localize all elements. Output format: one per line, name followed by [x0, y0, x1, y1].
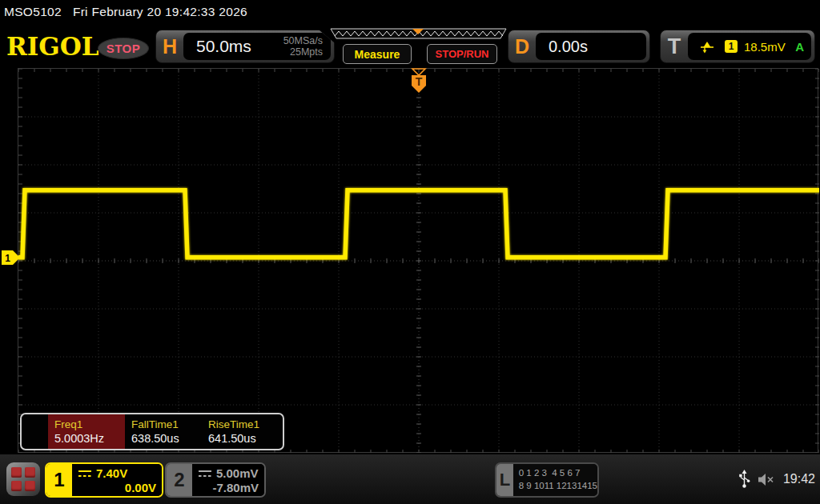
- channel1-offset: 0.00V: [78, 481, 156, 494]
- four-squares-icon: [11, 467, 35, 491]
- clock-text: 19:42: [783, 472, 815, 486]
- trigger-level-value: 18.5mV: [744, 40, 786, 54]
- timebase-value: 50.0ms: [196, 37, 251, 56]
- channel2-offset: -7.80mV: [198, 481, 259, 494]
- waveform-plot: [18, 69, 819, 453]
- rigol-logo: RIGOL: [6, 32, 99, 61]
- sample-rate: 50MSa/s: [283, 35, 323, 46]
- model-name: MSO5102: [4, 5, 62, 19]
- waveform-display-area[interactable]: T 1: [18, 68, 818, 453]
- datetime-text: Fri February 20 19:42:33 2026: [73, 5, 247, 19]
- measurement-label: FallTime1: [131, 418, 194, 430]
- trigger-position-marker[interactable]: T: [408, 68, 431, 97]
- logic-channels-badge[interactable]: L 0 1 2 3 4 5 6 7 8 9 1011 12131415: [495, 462, 599, 498]
- channel1-badge[interactable]: 1 7.40V 0.00V: [45, 462, 163, 498]
- measurement-falltime1[interactable]: FallTime1 638.50us: [125, 414, 202, 449]
- measurement-freq1[interactable]: Freq1 5.0003Hz: [48, 414, 125, 449]
- logic-channels-row2: 8 9 1011 12131415: [519, 480, 597, 493]
- trigger-mode: A: [795, 40, 804, 54]
- dc-coupling-icon: [198, 469, 212, 478]
- horizontal-values: 50.0ms 50MSa/s 25Mpts: [183, 33, 331, 60]
- bottom-status-bar: 1 7.40V 0.00V 2: [0, 454, 820, 504]
- memory-depth: 25Mpts: [290, 46, 323, 58]
- falling-edge-trigger-icon: [699, 40, 715, 54]
- run-state-badge: STOP: [98, 38, 149, 59]
- record-preview-strip[interactable]: [330, 28, 508, 40]
- measurement-label: RiseTime1: [208, 418, 271, 430]
- measurement-value: 641.50us: [208, 432, 271, 445]
- delay-value: 0.00s: [549, 38, 588, 56]
- svg-text:T: T: [416, 75, 423, 88]
- measurement-label: Freq1: [54, 418, 117, 430]
- channel2-badge[interactable]: 2 5.00mV -7.80mV: [165, 462, 266, 498]
- horizontal-panel[interactable]: H 50.0ms 50MSa/s 25Mpts: [155, 30, 335, 63]
- measure-button[interactable]: Measure: [343, 44, 412, 64]
- menu-grid-icon[interactable]: [6, 462, 40, 496]
- stop-run-button[interactable]: STOP/RUN: [427, 44, 497, 64]
- svg-text:1: 1: [5, 253, 10, 264]
- measurement-risetime1[interactable]: RiseTime1 641.50us: [202, 414, 279, 449]
- channel1-scale: 7.40V: [96, 466, 127, 480]
- trigger-label: T: [661, 34, 688, 59]
- top-info-bar: MSO5102 Fri February 20 19:42:33 2026: [0, 0, 820, 24]
- delay-panel[interactable]: D 0.00s: [508, 30, 650, 63]
- oscilloscope-screen: MSO5102 Fri February 20 19:42:33 2026 RI…: [0, 0, 820, 504]
- channel1-offset-marker[interactable]: 1: [2, 250, 21, 265]
- channel2-number: 2: [167, 464, 192, 496]
- measurement-value: 638.50us: [131, 432, 194, 445]
- speaker-muted-icon[interactable]: [758, 473, 774, 486]
- measurement-value: 5.0003Hz: [54, 432, 117, 445]
- logic-label: L: [496, 464, 513, 496]
- acquisition-info: 50MSa/s 25Mpts: [283, 35, 323, 58]
- delay-label: D: [508, 35, 536, 58]
- horizontal-label: H: [156, 35, 183, 58]
- channel2-scale: 5.00mV: [216, 466, 259, 480]
- logic-channels-row1: 0 1 2 3 4 5 6 7: [519, 467, 597, 480]
- usb-icon: [738, 470, 750, 489]
- trigger-panel[interactable]: T 1 18.5mV A: [660, 30, 815, 63]
- channel1-number: 1: [46, 464, 72, 496]
- dc-coupling-icon: [78, 469, 92, 478]
- trigger-source-badge: 1: [725, 40, 738, 53]
- measurement-results-box: Freq1 5.0003Hz FallTime1 638.50us RiseTi…: [20, 413, 284, 450]
